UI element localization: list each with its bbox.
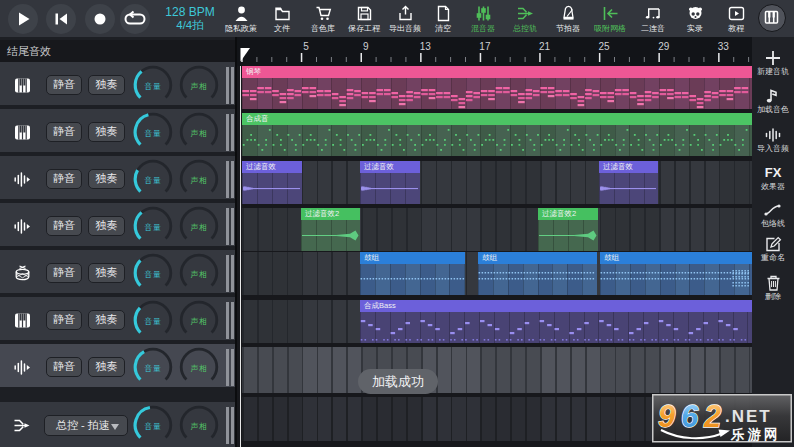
svg-text:21: 21: [539, 41, 551, 52]
svg-text:5: 5: [303, 41, 309, 52]
svg-text:2: 2: [703, 399, 721, 434]
svg-text:33: 33: [718, 41, 730, 52]
svg-text:9: 9: [363, 41, 369, 52]
svg-text:17: 17: [479, 41, 491, 52]
svg-text:9: 9: [658, 399, 676, 434]
svg-text:25: 25: [599, 41, 611, 52]
svg-text:13: 13: [420, 41, 432, 52]
svg-text:乐游网: 乐游网: [730, 427, 781, 442]
svg-text:.NET: .NET: [725, 407, 772, 426]
svg-text:6: 6: [681, 399, 699, 434]
svg-text:29: 29: [658, 41, 670, 52]
